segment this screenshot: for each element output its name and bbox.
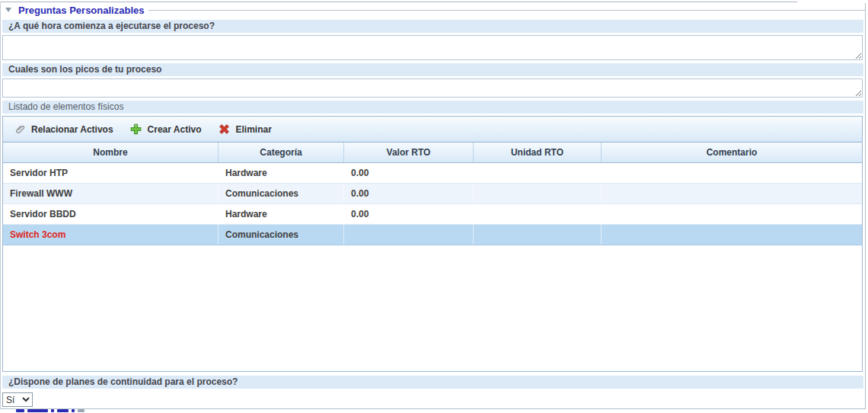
section-body: ¿A qué hora comienza a ejecutarse el pro… — [1, 17, 865, 408]
cutoff-glyph — [57, 409, 69, 412]
cell-categoria: Hardware — [219, 204, 344, 224]
page: Preguntas Personalizables ¿A qué hora co… — [0, 0, 868, 413]
next-section-legend-cutoff — [0, 409, 868, 413]
previous-element-cutoff-border — [0, 0, 797, 2]
cell-nombre: Servidor HTP — [3, 163, 219, 183]
cell-comentario — [602, 184, 862, 203]
column-header-valor-rto[interactable]: Valor RTO — [344, 142, 474, 162]
legend-divider-line — [148, 10, 865, 11]
question-textarea-start-time[interactable] — [2, 35, 863, 60]
crear-activo-label: Crear Activo — [148, 124, 202, 135]
cell-nombre: Switch 3com — [3, 225, 219, 245]
question-label-start-time: ¿A qué hora comienza a ejecutarse el pro… — [2, 20, 863, 33]
table-row-firewall-www[interactable]: Firewall WWW Comunicaciones 0.00 — [3, 184, 862, 204]
cutoff-glyph — [27, 409, 48, 412]
column-header-unidad-rto[interactable]: Unidad RTO — [474, 142, 602, 162]
cutoff-glyph — [72, 409, 75, 412]
preguntas-personalizables-section: Preguntas Personalizables ¿A qué hora co… — [0, 3, 866, 409]
column-header-categoria[interactable]: Categoría — [219, 142, 344, 162]
cell-comentario — [602, 225, 862, 245]
continuity-select[interactable]: Sí — [2, 392, 33, 407]
column-header-comentario[interactable]: Comentario — [602, 142, 862, 162]
crear-activo-button[interactable]: Crear Activo — [127, 121, 205, 138]
cell-categoria: Comunicaciones — [219, 225, 344, 245]
continuity-question-label: ¿Dispone de planes de continuidad para e… — [2, 376, 863, 389]
cell-valor-rto: 0.00 — [344, 184, 474, 203]
grid-header-row: Nombre Categoría Valor RTO Unidad RTO Co… — [3, 142, 862, 163]
eliminar-label: Eliminar — [236, 124, 272, 135]
cell-unidad-rto — [474, 184, 602, 203]
relacionar-activos-button[interactable]: Relacionar Activos — [11, 121, 116, 138]
paperclip-icon — [14, 123, 26, 136]
cell-valor-rto: 0.00 — [344, 204, 474, 224]
grid-toolbar: Relacionar Activos Crear Activo Eliminar — [3, 117, 862, 142]
cell-categoria: Hardware — [219, 163, 344, 183]
cutoff-icon-fragment — [78, 409, 85, 412]
eliminar-button[interactable]: Eliminar — [215, 121, 275, 138]
section-title[interactable]: Preguntas Personalizables — [18, 5, 144, 16]
cell-comentario — [602, 204, 862, 224]
cell-comentario — [602, 163, 862, 183]
cell-unidad-rto — [474, 204, 602, 224]
column-header-nombre[interactable]: Nombre — [3, 142, 219, 162]
relacionar-activos-label: Relacionar Activos — [31, 124, 113, 135]
cell-unidad-rto — [474, 163, 602, 183]
table-row-servidor-bbdd[interactable]: Servidor BBDD Hardware 0.00 — [3, 204, 862, 225]
collapse-arrow-icon[interactable] — [5, 8, 11, 12]
cell-nombre: Firewall WWW — [3, 184, 219, 203]
grid-empty-area — [3, 245, 862, 371]
table-row-servidor-htp[interactable]: Servidor HTP Hardware 0.00 — [3, 163, 862, 184]
assets-grid: Relacionar Activos Crear Activo Eliminar — [2, 116, 863, 372]
table-row-switch-3com-selected[interactable]: Switch 3com Comunicaciones — [3, 225, 862, 245]
cell-valor-rto — [344, 225, 474, 245]
cell-nombre: Servidor BBDD — [3, 204, 219, 224]
cell-categoria: Comunicaciones — [219, 184, 344, 203]
question-label-process-peaks: Cuales son los picos de tu proceso — [2, 63, 863, 76]
red-x-icon — [219, 123, 231, 136]
cutoff-glyph — [16, 409, 24, 412]
cutoff-glyph — [51, 409, 54, 412]
green-plus-icon — [130, 123, 142, 136]
physical-elements-list-label: Listado de elementos físicos — [2, 101, 863, 114]
cell-valor-rto: 0.00 — [344, 163, 474, 183]
question-textarea-process-peaks[interactable] — [2, 78, 863, 98]
cell-unidad-rto — [474, 225, 602, 245]
section-legend: Preguntas Personalizables — [1, 3, 865, 17]
